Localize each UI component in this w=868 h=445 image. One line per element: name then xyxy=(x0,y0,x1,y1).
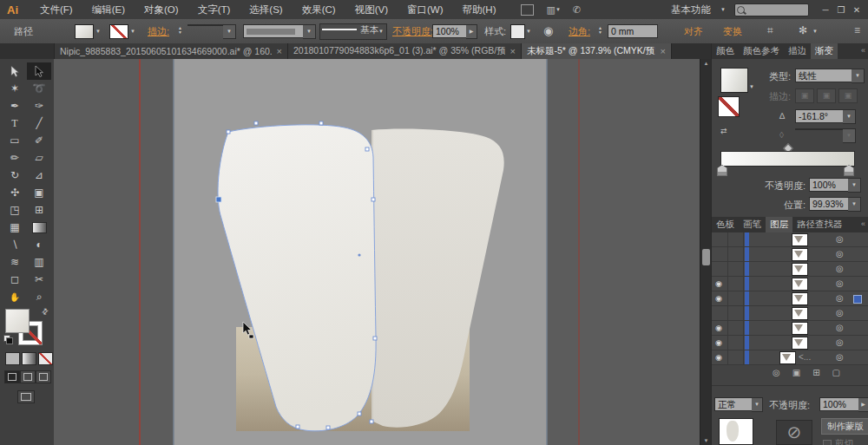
collapse-panel-icon[interactable]: « xyxy=(861,217,868,232)
pencil-tool[interactable]: ✏ xyxy=(3,149,27,167)
draw-behind-button[interactable] xyxy=(20,370,36,383)
tab-layers-active[interactable]: 图层 xyxy=(766,217,792,232)
close-tab-icon[interactable]: × xyxy=(510,46,516,56)
target-icon[interactable]: ◎ xyxy=(836,293,844,303)
menu-file[interactable]: 文件(F) xyxy=(30,3,82,16)
pen-tool[interactable]: ✒ xyxy=(3,97,27,115)
layer-row-selected[interactable]: ◉ ◎ xyxy=(712,291,868,306)
artboard-tool[interactable]: ◻ xyxy=(3,271,27,288)
gradient-tool[interactable] xyxy=(27,219,51,236)
mesh-tool[interactable]: ▦ xyxy=(3,219,27,236)
layer-row[interactable]: ◎ xyxy=(712,306,868,321)
stroke-across-icon[interactable]: ▣ xyxy=(838,88,858,103)
selection-tool[interactable] xyxy=(3,62,27,80)
stroke-within-icon[interactable]: ▣ xyxy=(795,88,814,103)
free-transform-tool[interactable]: ▣ xyxy=(27,184,51,201)
menu-view[interactable]: 视图(V) xyxy=(345,3,398,16)
tab-color-guide[interactable]: 颜色参考 xyxy=(739,43,784,59)
document-tab-2[interactable]: 2018010779094883k6p6_01 (3).ai* @ 35% (R… xyxy=(288,43,522,59)
tab-pathfinder[interactable]: 路径查找器 xyxy=(792,217,847,232)
gradient-angle-dropdown[interactable]: ▼ xyxy=(843,109,856,124)
perspective-grid-tool[interactable]: ⊞ xyxy=(27,201,51,219)
stroke-along-icon[interactable]: ▣ xyxy=(817,88,836,103)
layer-row[interactable]: ◉ ◎ xyxy=(712,321,868,336)
transparency-opacity-input[interactable]: 100% xyxy=(819,397,863,411)
menu-effect[interactable]: 效果(C) xyxy=(293,3,345,16)
tab-swatches[interactable]: 色板 xyxy=(712,217,739,232)
scale-tool[interactable]: ⊿ xyxy=(27,167,51,184)
document-tab-1[interactable]: Nipic_9885883_20150605101634669000.ai* @… xyxy=(55,43,288,59)
app-logo[interactable]: Ai xyxy=(7,3,18,16)
target-icon[interactable]: ◎ xyxy=(836,234,844,244)
isolate-icon[interactable]: ✻ xyxy=(799,24,807,36)
slice-tool[interactable]: ✂ xyxy=(27,271,51,288)
visibility-toggle[interactable]: ◉ xyxy=(715,353,722,362)
corner-link[interactable]: 边角: xyxy=(569,25,590,38)
layer-row[interactable]: ◎ xyxy=(712,247,868,262)
gradient-type-dropdown[interactable]: ▼ xyxy=(852,69,865,83)
gradient-position-dropdown[interactable]: ▼ xyxy=(848,197,861,212)
stroke-weight-dropdown[interactable]: ▼ xyxy=(223,24,236,39)
symbol-sprayer-tool[interactable]: ≋ xyxy=(3,253,27,271)
paintbrush-tool[interactable]: ✐ xyxy=(27,132,51,149)
menu-help[interactable]: 帮助(H) xyxy=(453,3,506,16)
opacity-input[interactable]: 100% xyxy=(432,24,470,38)
width-profile-dropdown[interactable]: ▼ xyxy=(303,24,316,39)
blend-mode-dropdown[interactable]: ▼ xyxy=(752,397,763,412)
stroke-dropdown-icon[interactable]: ▼ xyxy=(130,29,135,34)
make-mask-button[interactable]: 制作蒙版 xyxy=(821,418,868,435)
corner-stepper[interactable]: ▲▼ xyxy=(598,26,602,35)
reverse-gradient-icon[interactable]: ⇄ xyxy=(720,127,727,135)
share-icon[interactable]: ✆ xyxy=(573,4,581,16)
gradient-button[interactable] xyxy=(22,352,36,365)
close-tab-icon[interactable]: × xyxy=(277,46,282,56)
clip-checkbox[interactable] xyxy=(823,440,832,445)
fill-color-swatch[interactable] xyxy=(75,24,94,39)
visibility-toggle[interactable]: ◉ xyxy=(715,324,722,332)
align-link[interactable]: 对齐 xyxy=(684,25,703,38)
workspace-switcher[interactable]: 基本功能 xyxy=(661,3,720,16)
close-button[interactable]: ✕ xyxy=(849,5,865,15)
menu-type[interactable]: 文字(T) xyxy=(188,3,240,16)
scrollbar-thumb[interactable] xyxy=(702,249,710,265)
fill-indicator[interactable] xyxy=(5,309,30,333)
search-field[interactable] xyxy=(726,3,818,16)
menu-window[interactable]: 窗口(W) xyxy=(398,3,453,16)
column-graph-tool[interactable]: ▥ xyxy=(27,253,51,271)
selected-anchor-point[interactable] xyxy=(216,197,221,202)
new-sublayer-icon[interactable]: ⊞ xyxy=(812,368,819,385)
stroke-color-swatch[interactable] xyxy=(109,24,128,39)
minimize-button[interactable]: ─ xyxy=(818,5,833,15)
blend-mode-select[interactable]: 正常 xyxy=(714,397,756,411)
gradient-fill-swatch[interactable] xyxy=(720,68,748,93)
menu-select[interactable]: 选择(S) xyxy=(240,3,292,16)
curvature-tool[interactable]: ✑ xyxy=(27,97,51,115)
line-segment-tool[interactable]: ╱ xyxy=(27,115,51,132)
gradient-type-select[interactable]: 线性 xyxy=(795,69,856,82)
menu-object[interactable]: 对象(O) xyxy=(135,3,188,16)
draw-normal-button[interactable] xyxy=(4,370,20,383)
tab-color[interactable]: 颜色 xyxy=(712,43,739,59)
target-icon[interactable]: ◎ xyxy=(836,352,844,362)
shape-builder-tool[interactable]: ◳ xyxy=(3,201,27,219)
gradient-slider[interactable] xyxy=(720,151,855,167)
fill-dropdown-icon[interactable]: ▼ xyxy=(95,29,101,34)
document-tab-3-active[interactable]: 未标题-5* @ 137.9% (CMYK/预览) × xyxy=(522,43,672,59)
gradient-stroke-swatch[interactable] xyxy=(718,96,740,117)
width-tool[interactable]: ✣ xyxy=(3,184,27,201)
magic-wand-tool[interactable]: ✶ xyxy=(3,80,27,97)
none-button[interactable] xyxy=(38,352,53,365)
blend-tool[interactable]: ◐ xyxy=(27,236,51,253)
isolate-dropdown-icon[interactable]: ▼ xyxy=(812,29,818,34)
draw-inside-button[interactable] xyxy=(36,370,51,383)
corner-input[interactable]: 0 mm xyxy=(608,24,658,38)
default-fill-stroke-icon[interactable] xyxy=(3,335,12,344)
transform-link[interactable]: 变换 xyxy=(723,25,742,38)
make-clip-mask-icon[interactable]: ▣ xyxy=(792,368,800,385)
visibility-toggle[interactable]: ◉ xyxy=(715,338,722,347)
layer-row[interactable]: ◎ xyxy=(712,262,868,277)
tab-brushes[interactable]: 画笔 xyxy=(739,217,766,232)
layer-row[interactable]: ◉ ◎ xyxy=(712,336,868,350)
gradient-position-input[interactable]: 99.93% xyxy=(809,197,852,211)
layer-row[interactable]: ◎ xyxy=(712,232,868,247)
